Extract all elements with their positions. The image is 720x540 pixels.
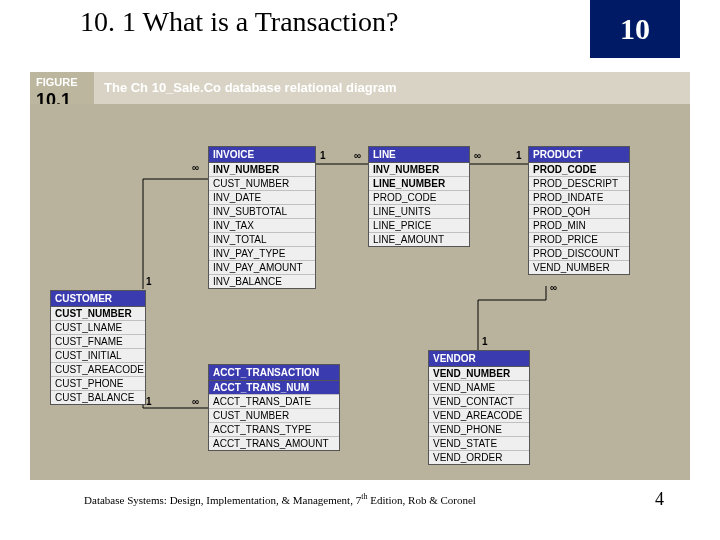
card-line-prod-many: ∞ xyxy=(474,150,481,161)
footer-bar: Database Systems: Design, Implementation… xyxy=(30,488,530,510)
col: INV_SUBTOTAL xyxy=(209,205,315,219)
col: PROD_DESCRIPT xyxy=(529,177,629,191)
col: PROD_PRICE xyxy=(529,233,629,247)
col: INV_NUMBER xyxy=(369,163,469,177)
col: INV_PAY_AMOUNT xyxy=(209,261,315,275)
col: CUST_LNAME xyxy=(51,321,145,335)
chapter-number: 10 xyxy=(620,12,650,46)
col: CUST_NUMBER xyxy=(209,409,339,423)
card-line-prod-one: 1 xyxy=(516,150,522,161)
col: VEND_PHONE xyxy=(429,423,529,437)
col: CUST_INITIAL xyxy=(51,349,145,363)
col: INV_TOTAL xyxy=(209,233,315,247)
footer-text: Database Systems: Design, Implementation… xyxy=(84,492,476,506)
diagram-canvas: 1 ∞ 1 ∞ 1 ∞ ∞ 1 ∞ 1 CUSTOMER CUST_NUMBER… xyxy=(30,104,690,480)
card-prod-vend-one: 1 xyxy=(482,336,488,347)
card-cust-inv-many: ∞ xyxy=(192,162,199,173)
card-prod-vend-many: ∞ xyxy=(550,282,557,293)
col: LINE_PRICE xyxy=(369,219,469,233)
figure-label: FIGURE xyxy=(36,76,78,88)
entity-line: LINE INV_NUMBER LINE_NUMBER PROD_CODE LI… xyxy=(368,146,470,247)
entity-acct-transaction: ACCT_TRANSACTION ACCT_TRANS_NUM ACCT_TRA… xyxy=(208,364,340,451)
col: CUST_NUMBER xyxy=(209,177,315,191)
col: VEND_STATE xyxy=(429,437,529,451)
col: LINE_UNITS xyxy=(369,205,469,219)
col: PROD_QOH xyxy=(529,205,629,219)
figure-title: The Ch 10_Sale.Co database relational di… xyxy=(104,80,397,95)
col: ACCT_TRANS_DATE xyxy=(209,395,339,409)
footer-text-b: Edition, Rob & Coronel xyxy=(367,494,475,506)
col: INV_BALANCE xyxy=(209,275,315,288)
col: PROD_INDATE xyxy=(529,191,629,205)
entity-invoice-header: INVOICE xyxy=(209,147,315,163)
slide: 10. 1 What is a Transaction? 10 FIGURE 1… xyxy=(0,0,720,540)
card-cust-acct-many: ∞ xyxy=(192,396,199,407)
col: INV_NUMBER xyxy=(209,163,315,177)
col: PROD_CODE xyxy=(529,163,629,177)
slide-title: 10. 1 What is a Transaction? xyxy=(80,6,398,38)
col: INV_PAY_TYPE xyxy=(209,247,315,261)
entity-product-header: PRODUCT xyxy=(529,147,629,163)
col: PROD_DISCOUNT xyxy=(529,247,629,261)
col: VEND_NUMBER xyxy=(529,261,629,274)
entity-customer-header: CUSTOMER xyxy=(51,291,145,307)
chapter-number-box: 10 xyxy=(590,0,680,58)
col: LINE_AMOUNT xyxy=(369,233,469,246)
card-cust-acct-one: 1 xyxy=(146,396,152,407)
entity-invoice: INVOICE INV_NUMBER CUST_NUMBER INV_DATE … xyxy=(208,146,316,289)
col: LINE_NUMBER xyxy=(369,177,469,191)
entity-vendor-header: VENDOR xyxy=(429,351,529,367)
col: CUST_AREACODE xyxy=(51,363,145,377)
col: VEND_NAME xyxy=(429,381,529,395)
entity-product: PRODUCT PROD_CODE PROD_DESCRIPT PROD_IND… xyxy=(528,146,630,275)
card-inv-line-many: ∞ xyxy=(354,150,361,161)
col: INV_TAX xyxy=(209,219,315,233)
figure-container: FIGURE 10.1 The Ch 10_Sale.Co database r… xyxy=(30,72,690,480)
col: VEND_AREACODE xyxy=(429,409,529,423)
entity-line-header: LINE xyxy=(369,147,469,163)
col: CUST_NUMBER xyxy=(51,307,145,321)
col: ACCT_TRANS_AMOUNT xyxy=(209,437,339,450)
col: VEND_NUMBER xyxy=(429,367,529,381)
col: ACCT_TRANS_NUM xyxy=(209,381,339,395)
col: CUST_PHONE xyxy=(51,377,145,391)
col: PROD_MIN xyxy=(529,219,629,233)
page-number: 4 xyxy=(655,489,664,510)
figure-header-bar: FIGURE 10.1 The Ch 10_Sale.Co database r… xyxy=(30,72,690,106)
footer-text-a: Database Systems: Design, Implementation… xyxy=(84,494,361,506)
entity-vendor: VENDOR VEND_NUMBER VEND_NAME VEND_CONTAC… xyxy=(428,350,530,465)
card-inv-line-one: 1 xyxy=(320,150,326,161)
col: INV_DATE xyxy=(209,191,315,205)
card-cust-inv-one: 1 xyxy=(146,276,152,287)
col: CUST_FNAME xyxy=(51,335,145,349)
entity-customer: CUSTOMER CUST_NUMBER CUST_LNAME CUST_FNA… xyxy=(50,290,146,405)
col: PROD_CODE xyxy=(369,191,469,205)
entity-acct-header: ACCT_TRANSACTION xyxy=(209,365,339,381)
col: VEND_ORDER xyxy=(429,451,529,464)
col: VEND_CONTACT xyxy=(429,395,529,409)
col: CUST_BALANCE xyxy=(51,391,145,404)
col: ACCT_TRANS_TYPE xyxy=(209,423,339,437)
